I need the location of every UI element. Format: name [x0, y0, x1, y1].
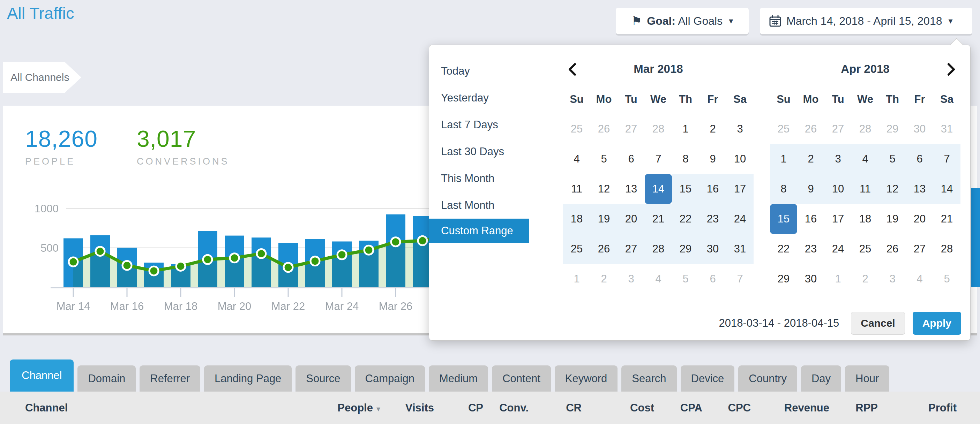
calendar-day[interactable]: 6: [906, 144, 933, 174]
tab-medium[interactable]: Medium: [429, 365, 488, 392]
calendar-day[interactable]: 25: [563, 114, 590, 144]
calendar-day[interactable]: 3: [879, 264, 906, 294]
column-header-rpp[interactable]: RPP: [856, 392, 878, 424]
calendar-day[interactable]: 24: [726, 204, 754, 234]
calendar-day[interactable]: 14: [645, 174, 672, 204]
calendar-day[interactable]: 5: [879, 144, 906, 174]
calendar-day[interactable]: 13: [906, 174, 933, 204]
preset-item-today[interactable]: Today: [429, 57, 529, 84]
calendar-day[interactable]: 2: [797, 144, 824, 174]
calendar-day[interactable]: 20: [906, 204, 933, 234]
calendar-day[interactable]: 26: [590, 114, 617, 144]
tab-referrer[interactable]: Referrer: [140, 365, 200, 392]
preset-item-this-month[interactable]: This Month: [429, 165, 529, 192]
calendar-day[interactable]: 27: [617, 114, 645, 144]
tab-source[interactable]: Source: [296, 365, 351, 392]
calendar-day[interactable]: 29: [672, 234, 699, 264]
calendar-day[interactable]: 25: [563, 234, 590, 264]
calendar-day[interactable]: 13: [617, 174, 645, 204]
calendar-day[interactable]: 29: [879, 114, 906, 144]
calendar-day[interactable]: 25: [770, 114, 797, 144]
breadcrumb-all-channels[interactable]: All Channels: [3, 62, 81, 93]
calendar-day[interactable]: 15: [672, 174, 699, 204]
calendar-day[interactable]: 6: [617, 144, 645, 174]
tab-campaign[interactable]: Campaign: [355, 365, 425, 392]
calendar-day[interactable]: 11: [563, 174, 590, 204]
prev-month-icon[interactable]: [565, 62, 581, 77]
calendar-day[interactable]: 9: [699, 144, 726, 174]
calendar-day[interactable]: 2: [699, 114, 726, 144]
calendar-day[interactable]: 3: [726, 114, 754, 144]
calendar-day[interactable]: 7: [933, 144, 961, 174]
calendar-day[interactable]: 1: [824, 264, 852, 294]
calendar-day[interactable]: 6: [699, 264, 726, 294]
tab-content[interactable]: Content: [492, 365, 551, 392]
calendar-day[interactable]: 28: [852, 114, 879, 144]
calendar-day[interactable]: 7: [726, 264, 754, 294]
calendar-day[interactable]: 4: [563, 144, 590, 174]
column-header-cpa[interactable]: CPA: [680, 392, 702, 424]
calendar-day[interactable]: 16: [699, 174, 726, 204]
calendar-day[interactable]: 25: [852, 234, 879, 264]
cancel-button[interactable]: Cancel: [851, 312, 905, 335]
calendar-day[interactable]: 18: [852, 204, 879, 234]
calendar-day[interactable]: 14: [933, 174, 961, 204]
preset-item-custom-range[interactable]: Custom Range: [429, 219, 529, 243]
calendar-day[interactable]: 27: [617, 234, 645, 264]
calendar-day[interactable]: 31: [726, 234, 754, 264]
calendar-day[interactable]: 17: [824, 204, 852, 234]
calendar-day[interactable]: 29: [770, 264, 797, 294]
calendar-day[interactable]: 12: [879, 174, 906, 204]
calendar-day[interactable]: 22: [672, 204, 699, 234]
calendar-day[interactable]: 5: [590, 144, 617, 174]
tab-day[interactable]: Day: [801, 365, 841, 392]
calendar-day[interactable]: 28: [645, 234, 672, 264]
column-header-conv[interactable]: Conv.: [499, 392, 528, 424]
calendar-day[interactable]: 5: [933, 264, 961, 294]
calendar-day[interactable]: 15: [770, 204, 797, 234]
calendar-day[interactable]: 2: [852, 264, 879, 294]
preset-item-yesterday[interactable]: Yesterday: [429, 84, 529, 111]
calendar-day[interactable]: 27: [906, 234, 933, 264]
calendar-day[interactable]: 30: [797, 264, 824, 294]
tab-country[interactable]: Country: [738, 365, 797, 392]
column-header-cpc[interactable]: CPC: [728, 392, 751, 424]
tab-keyword[interactable]: Keyword: [555, 365, 618, 392]
calendar-day[interactable]: 23: [797, 234, 824, 264]
calendar-day[interactable]: 21: [933, 204, 961, 234]
column-header-cost[interactable]: Cost: [630, 392, 654, 424]
calendar-day[interactable]: 8: [672, 144, 699, 174]
calendar-day[interactable]: 21: [645, 204, 672, 234]
calendar-day[interactable]: 2: [590, 264, 617, 294]
calendar-day[interactable]: 31: [933, 114, 961, 144]
calendar-day[interactable]: 4: [645, 264, 672, 294]
column-header-cr[interactable]: CR: [566, 392, 582, 424]
calendar-day[interactable]: 9: [797, 174, 824, 204]
tab-domain[interactable]: Domain: [78, 365, 136, 392]
calendar-day[interactable]: 4: [906, 264, 933, 294]
calendar-day[interactable]: 12: [590, 174, 617, 204]
goal-dropdown-button[interactable]: ⚑ Goal: All Goals ▾: [616, 8, 749, 34]
calendar-day[interactable]: 23: [699, 204, 726, 234]
calendar-day[interactable]: 26: [797, 114, 824, 144]
calendar-day[interactable]: 30: [906, 114, 933, 144]
calendar-day[interactable]: 11: [852, 174, 879, 204]
column-header-revenue[interactable]: Revenue: [784, 392, 829, 424]
calendar-day[interactable]: 26: [590, 234, 617, 264]
column-header-people[interactable]: People▾: [337, 392, 380, 424]
tab-landing-page[interactable]: Landing Page: [204, 365, 292, 392]
calendar-day[interactable]: 3: [824, 144, 852, 174]
calendar-day[interactable]: 5: [672, 264, 699, 294]
calendar-day[interactable]: 16: [797, 204, 824, 234]
calendar-day[interactable]: 8: [770, 174, 797, 204]
calendar-day[interactable]: 26: [879, 234, 906, 264]
calendar-day[interactable]: 19: [879, 204, 906, 234]
date-range-button[interactable]: March 14, 2018 - April 15, 2018 ▾: [760, 8, 972, 34]
calendar-day[interactable]: 7: [645, 144, 672, 174]
tab-device[interactable]: Device: [681, 365, 735, 392]
calendar-day[interactable]: 19: [590, 204, 617, 234]
calendar-day[interactable]: 10: [824, 174, 852, 204]
calendar-day[interactable]: 24: [824, 234, 852, 264]
calendar-day[interactable]: 1: [563, 264, 590, 294]
preset-item-last-month[interactable]: Last Month: [429, 192, 529, 219]
